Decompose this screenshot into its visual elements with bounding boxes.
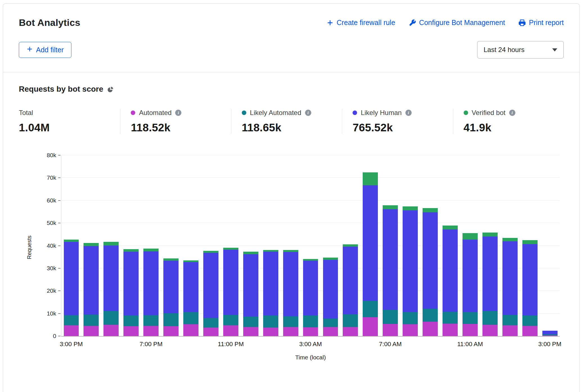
bar-segment-likely-automated [163,313,179,326]
bar-slot [500,155,520,336]
bar-segment-likely-human [223,250,238,315]
stacked-bar-16[interactable] [383,205,398,336]
bar-segment-verified-bot [243,252,258,254]
bar-slot [440,155,460,336]
bar-slot [360,155,380,336]
bar-segment-verified-bot [502,238,518,241]
legend-dot-likely-automated [242,111,246,115]
stacked-bar-23[interactable] [522,240,538,336]
bar-slot [61,155,81,336]
bar-slot [241,155,261,336]
x-tick-label: 3:00 PM [538,341,561,348]
bar-segment-automated [482,325,498,336]
bar-segment-automated [423,322,438,336]
legend-dot-automated [131,111,135,115]
stacked-bar-9[interactable] [243,252,258,336]
bar-segment-likely-human [482,236,498,311]
x-tick-label: 3:00 PM [60,341,83,348]
bar-slot [540,155,560,336]
stacked-bar-17[interactable] [403,206,418,336]
y-tick-mark [58,155,60,156]
y-tick-label: 30k [47,265,56,272]
bar-slot [181,155,201,336]
stacked-bar-8[interactable] [223,248,238,336]
stacked-bar-5[interactable] [163,258,179,336]
stacked-bar-18[interactable] [423,208,438,336]
bar-segment-automated [263,328,278,336]
stacked-bar-19[interactable] [443,226,458,336]
stacked-bar-7[interactable] [203,251,218,336]
bar-segment-likely-human [403,210,418,312]
stacked-bar-2[interactable] [103,242,119,336]
create-firewall-rule-link[interactable]: Create firewall rule [327,19,395,27]
bar-segment-verified-bot [323,258,338,260]
bar-segment-likely-human [303,261,318,316]
time-range-select[interactable]: Last 24 hours [477,41,564,58]
stacked-bar-13[interactable] [323,258,338,336]
stacked-bar-6[interactable] [183,260,198,336]
stacked-bar-11[interactable] [283,250,298,336]
stat-likely-human: Likely Humani765.52k [342,109,453,134]
stacked-bar-10[interactable] [263,250,278,336]
bar-slot [380,155,400,336]
page-title: Bot Analytics [19,17,80,28]
info-icon[interactable]: i [509,110,515,116]
stat-label: Likely Human [361,109,401,117]
bar-segment-likely-human [203,253,218,318]
y-tick-label: 60k [47,197,56,204]
stacked-bar-24[interactable] [542,331,558,336]
bar-segment-likely-human [542,331,558,334]
configure-bot-management-link[interactable]: Configure Bot Management [409,19,505,27]
y-tick-label: 40k [47,242,56,249]
bar-segment-likely-human [103,245,119,311]
stacked-bar-14[interactable] [343,244,358,336]
add-filter-button[interactable]: Add filter [19,42,71,58]
stat-label-row: Automatedi [131,109,231,117]
bar-segment-likely-human [323,260,338,319]
bar-segment-automated [403,324,418,336]
panel-header: Bot Analytics Create firewall rule Confi… [3,4,579,72]
stacked-bar-4[interactable] [143,249,159,336]
stacked-bar-3[interactable] [123,249,139,336]
stacked-bar-22[interactable] [502,238,518,336]
info-icon[interactable]: i [405,110,412,116]
stat-label-row: Likely Humani [353,109,453,117]
bar-segment-automated [343,327,358,336]
stat-value: 41.9k [464,121,564,134]
bar-slot [281,155,301,336]
bar-segment-likely-automated [363,301,378,317]
bar-segment-automated [542,335,558,336]
bar-segment-verified-bot [223,248,238,250]
stacked-bar-15[interactable] [363,172,378,336]
bar-segment-likely-human [123,252,139,316]
y-tick-mark [58,223,60,223]
info-icon[interactable]: i [175,110,181,116]
bar-segment-likely-automated [502,315,518,325]
y-tick-mark [58,268,60,269]
bar-segment-likely-automated [403,312,418,324]
bar-segment-likely-automated [383,310,398,324]
bar-segment-verified-bot [363,172,378,185]
stacked-bar-0[interactable] [64,240,79,336]
y-tick-label: 10k [47,310,56,317]
bar-slot [520,155,540,336]
bar-slot [201,155,221,336]
info-icon[interactable]: i [305,110,311,116]
print-report-link[interactable]: Print report [518,19,564,27]
stacked-bar-12[interactable] [303,259,318,336]
bar-segment-likely-automated [283,316,298,327]
stats-row: Total1.04MAutomatedi118.52kLikely Automa… [19,109,564,134]
x-tick-label: 11:00 AM [457,341,483,348]
stat-label-row: Verified boti [464,109,564,117]
bar-segment-likely-human [463,240,478,312]
bar-slot [261,155,281,336]
stacked-bar-21[interactable] [482,233,498,336]
bar-segment-automated [183,324,198,336]
bar-segment-automated [103,325,119,336]
bar-segment-likely-human [143,251,159,315]
wrench-icon [409,19,416,26]
stacked-bar-1[interactable] [84,243,99,336]
stacked-bar-20[interactable] [463,233,478,336]
x-tick-label: 11:00 PM [218,341,244,348]
bar-segment-likely-automated [522,316,538,326]
